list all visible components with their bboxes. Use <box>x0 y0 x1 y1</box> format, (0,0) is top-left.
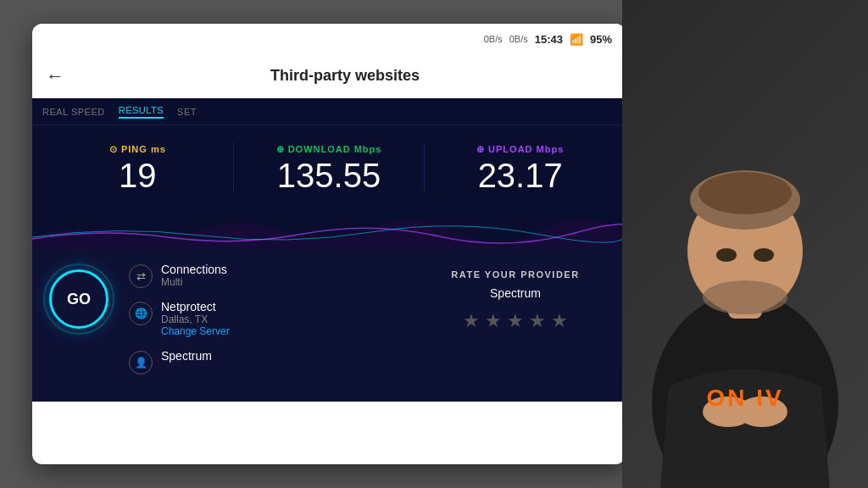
download-value: 135.55 <box>234 158 425 192</box>
tab-results[interactable]: RESULTS <box>119 105 164 119</box>
rating-panel: RATE YOUR PROVIDER Spectrum ★ ★ ★ ★ ★ <box>422 263 609 388</box>
connections-subtitle: Multi <box>161 276 227 288</box>
connections-title: Connections <box>161 263 227 276</box>
info-list: ⇄ Connections Multi 🌐 Netprotect Dal <box>129 263 230 388</box>
svg-point-7 <box>754 248 774 262</box>
wave-graph <box>32 207 626 249</box>
nav-bar: ← Third-party websites <box>32 54 626 98</box>
ping-icon: ⊙ <box>109 144 118 154</box>
scene: 0B/s 0B/s 15:43 📶 95% ← Third-party webs… <box>0 0 868 488</box>
provider-text: Spectrum <box>161 349 212 363</box>
back-button[interactable]: ← <box>46 65 64 87</box>
netprotect-title: Netprotect <box>161 300 230 313</box>
ping-value: 19 <box>42 158 233 192</box>
go-button[interactable]: GO <box>49 269 108 329</box>
netprotect-location: Dallas, TX <box>161 313 230 325</box>
provider-item: 👤 Spectrum <box>129 349 230 374</box>
change-server-link[interactable]: Change Server <box>161 325 230 337</box>
person-figure <box>635 47 855 488</box>
upload-metric: ⊕ UPLOAD Mbps 23.17 <box>425 144 615 192</box>
tab-bar: REAL SPEED RESULTS SET <box>32 98 626 125</box>
netprotect-item: 🌐 Netprotect Dallas, TX Change Server <box>129 300 230 337</box>
upload-speed: 0B/s <box>484 34 503 44</box>
tab-set[interactable]: SET <box>177 107 197 117</box>
download-metric: ⊕ DOWNLOAD Mbps 135.55 <box>234 144 425 192</box>
star-4[interactable]: ★ <box>529 310 546 332</box>
lower-content: GO ⇄ Connections Multi <box>32 249 626 402</box>
svg-point-5 <box>703 280 787 314</box>
svg-point-4 <box>698 172 792 214</box>
left-panel: GO ⇄ Connections Multi <box>49 263 405 388</box>
upload-icon: ⊕ <box>476 144 485 154</box>
battery-display: 95% <box>590 33 612 46</box>
status-bar: 0B/s 0B/s 15:43 📶 95% <box>32 24 626 54</box>
star-3[interactable]: ★ <box>507 310 524 332</box>
connections-icon: ⇄ <box>129 264 153 288</box>
metrics-row: ⊙ PING ms 19 ⊕ DOWNLOAD Mbps 135.55 <box>32 125 626 207</box>
download-icon: ⊕ <box>276 144 285 154</box>
star-1[interactable]: ★ <box>463 310 480 332</box>
upload-value: 23.17 <box>425 158 615 192</box>
download-speed: 0B/s <box>509 34 528 44</box>
phone-mockup: 0B/s 0B/s 15:43 📶 95% ← Third-party webs… <box>32 24 626 464</box>
provider-title: Spectrum <box>161 349 212 363</box>
netprotect-text: Netprotect Dallas, TX Change Server <box>161 300 230 337</box>
star-5[interactable]: ★ <box>551 310 568 332</box>
tab-real-speed[interactable]: REAL SPEED <box>42 107 105 117</box>
page-title: Third-party websites <box>78 67 612 85</box>
svg-point-6 <box>716 248 737 262</box>
star-2[interactable]: ★ <box>485 310 502 332</box>
person-area: ON IV <box>622 0 868 488</box>
rate-title: RATE YOUR PROVIDER <box>451 269 579 280</box>
go-button-container: GO <box>49 263 108 388</box>
rated-provider: Spectrum <box>490 286 541 300</box>
provider-icon: 👤 <box>129 351 153 374</box>
netprotect-icon: 🌐 <box>129 302 153 325</box>
wifi-icon: 📶 <box>570 33 583 46</box>
time-display: 15:43 <box>535 33 563 46</box>
hoodie-brand-text: ON IV <box>706 385 783 412</box>
upload-label: ⊕ UPLOAD Mbps <box>425 144 615 155</box>
connections-text: Connections Multi <box>161 263 227 288</box>
stars-container[interactable]: ★ ★ ★ ★ ★ <box>463 310 568 332</box>
speedtest-body: REAL SPEED RESULTS SET ⊙ PING ms 19 <box>32 98 626 402</box>
ping-label: ⊙ PING ms <box>42 144 233 155</box>
download-label: ⊕ DOWNLOAD Mbps <box>234 144 425 155</box>
connections-item: ⇄ Connections Multi <box>129 263 230 288</box>
ping-metric: ⊙ PING ms 19 <box>42 144 233 192</box>
